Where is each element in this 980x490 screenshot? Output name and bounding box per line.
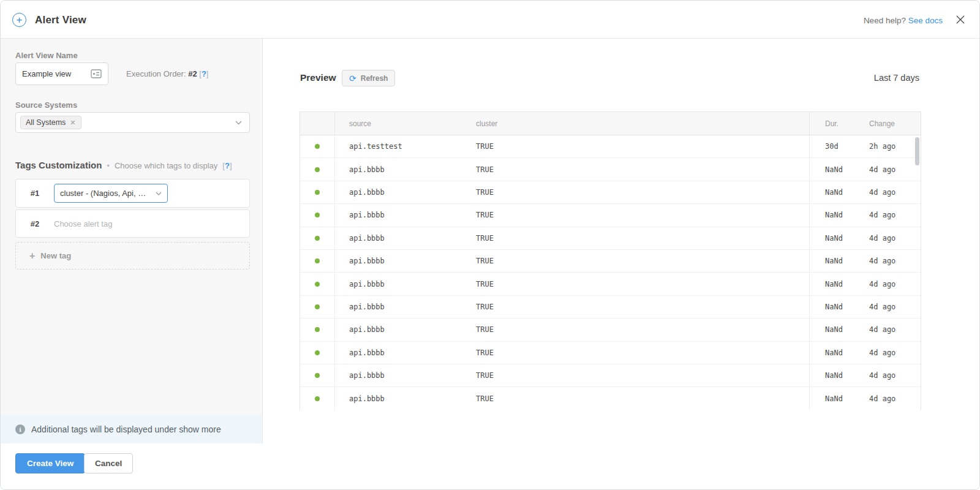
source-cell: api.bbbb [335,211,462,219]
table-header-row: source cluster Dur. Change [300,112,921,135]
status-ok-dot-icon [315,350,320,355]
refresh-label: Refresh [361,74,388,83]
cluster-cell: TRUE [462,142,809,151]
duration-cell: NaNd [809,318,857,341]
name-field-label: Alert View Name [15,51,78,60]
help-area: Need help? See docs [864,16,943,25]
new-tag-button[interactable]: + New tag [15,242,250,270]
change-cell: 4d ago [857,303,921,311]
duration-cell: 30d [809,135,857,157]
config-sidebar: Alert View Name Example view Execution O… [1,39,263,415]
change-column-header: Change [857,119,921,128]
source-cell: api.bbbb [335,257,462,265]
status-cell [300,296,335,318]
refresh-icon: ⟳ [349,74,356,83]
execution-order-label: Execution Order: [126,69,186,78]
cancel-button[interactable]: Cancel [84,453,133,473]
tag-select-2[interactable]: Choose alert tag [54,219,112,228]
source-cell: api.bbbb [335,234,462,243]
source-systems-select[interactable]: All Systems ✕ [15,112,250,133]
tag-row-2: #2 Choose alert tag [15,209,250,238]
table-row: api.bbbb TRUE NaNd 4d ago [300,181,921,204]
need-help-label: Need help? [864,16,906,25]
new-tag-label: New tag [40,251,71,260]
duration-cell: NaNd [809,364,857,386]
footer-bar: Create View Cancel [1,443,979,489]
source-cell: api.bbbb [335,325,462,334]
duration-cell: NaNd [809,387,857,410]
chevron-down-icon [156,192,162,195]
see-docs-link[interactable]: See docs [908,16,943,25]
cluster-cell: TRUE [462,188,809,197]
status-cell [300,364,335,386]
alert-view-modal: + Alert View Need help? See docs Alert V… [0,0,980,490]
change-cell: 4d ago [857,211,921,219]
table-body: api.testtest TRUE 30d 2h ago api.bbbb TR… [300,135,921,410]
cluster-cell: TRUE [462,211,809,219]
top-bar: + Alert View Need help? See docs [1,1,979,39]
change-cell: 2h ago [857,142,921,151]
cluster-column-header: cluster [462,119,809,128]
tags-title: Tags Customization [15,160,102,170]
cluster-cell: TRUE [462,234,809,243]
status-column-header [300,112,335,135]
table-row: api.testtest TRUE 30d 2h ago [300,135,921,158]
duration-cell: NaNd [809,227,857,249]
duration-cell: NaNd [809,273,857,295]
create-view-button[interactable]: Create View [15,453,85,473]
status-cell [300,204,335,226]
close-icon[interactable] [955,14,966,25]
source-cell: api.bbbb [335,280,462,288]
page-title: Alert View [35,14,86,26]
source-cell: api.bbbb [335,349,462,357]
change-cell: 4d ago [857,280,921,288]
source-systems-label: Source Systems [15,100,77,110]
cluster-cell: TRUE [462,349,809,357]
source-cell: api.bbbb [335,394,462,403]
table-row: api.bbbb TRUE NaNd 4d ago [300,296,921,318]
info-note-bar: i Additional tags will be displayed unde… [1,415,263,443]
table-row: api.bbbb TRUE NaNd 4d ago [300,387,921,410]
bullet-separator: • [107,161,110,170]
change-cell: 4d ago [857,257,921,265]
execution-order-value: #2 [188,69,197,78]
duration-cell: NaNd [809,181,857,203]
status-ok-dot-icon [315,373,320,378]
source-cell: api.bbbb [335,303,462,311]
table-scrollbar[interactable] [915,137,919,165]
source-column-header: source [335,119,462,128]
alert-view-name-value: Example view [22,69,91,78]
change-cell: 4d ago [857,349,921,357]
chevron-down-icon [235,121,242,125]
status-ok-dot-icon [315,213,320,217]
table-row: api.bbbb TRUE NaNd 4d ago [300,342,921,364]
refresh-button[interactable]: ⟳ Refresh [342,70,395,86]
plus-icon: + [29,251,35,262]
table-row: api.bbbb TRUE NaNd 4d ago [300,204,921,227]
change-cell: 4d ago [857,165,921,174]
tag-select-1[interactable]: cluster - (Nagios, Api, … [54,184,168,203]
status-cell [300,135,335,157]
view-card-icon [91,69,102,78]
change-cell: 4d ago [857,325,921,334]
table-row: api.bbbb TRUE NaNd 4d ago [300,227,921,250]
chip-remove-icon[interactable]: ✕ [70,119,75,127]
tags-help-icon[interactable]: [?] [222,161,232,170]
table-row: api.bbbb TRUE NaNd 4d ago [300,158,921,181]
execution-order-help-icon[interactable]: [?] [199,69,208,78]
cluster-cell: TRUE [462,280,809,288]
status-ok-dot-icon [315,167,320,172]
duration-cell: NaNd [809,296,857,318]
info-note-text: Additional tags will be displayed under … [31,424,221,434]
source-cell: api.bbbb [335,371,462,380]
plus-circle-icon: + [12,13,26,27]
table-row: api.bbbb TRUE NaNd 4d ago [300,273,921,295]
change-cell: 4d ago [857,371,921,380]
status-ok-dot-icon [315,304,320,309]
status-cell [300,387,335,410]
alert-view-name-input[interactable]: Example view [15,62,108,85]
status-cell [300,318,335,341]
tag-row-index: #1 [16,189,54,198]
tags-subtitle: Choose which tags to display [115,161,217,170]
source-cell: api.bbbb [335,188,462,197]
